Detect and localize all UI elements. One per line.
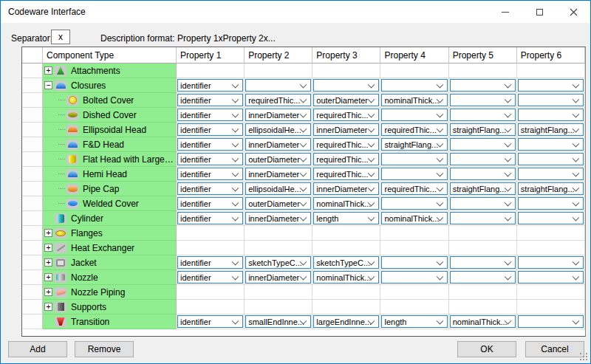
close-button[interactable] bbox=[556, 1, 590, 23]
row-header-cell[interactable] bbox=[22, 108, 43, 123]
row-header-cell[interactable] bbox=[22, 167, 43, 182]
property-combobox[interactable]: nominalThick... bbox=[381, 94, 447, 106]
component-cell[interactable]: +Flanges bbox=[43, 226, 177, 241]
property-combobox[interactable]: innerDiameter bbox=[245, 271, 311, 284]
property-combobox[interactable]: straightFlang... bbox=[381, 138, 447, 151]
property-combobox[interactable] bbox=[450, 212, 516, 224]
row-header-cell[interactable] bbox=[22, 93, 43, 108]
remove-button[interactable]: Remove bbox=[75, 341, 134, 357]
property-combobox[interactable] bbox=[518, 256, 584, 269]
property-combobox[interactable] bbox=[381, 197, 447, 210]
component-cell[interactable]: Dished Cover bbox=[43, 108, 177, 123]
property-combobox[interactable]: smallEndInne... bbox=[245, 315, 311, 328]
property-combobox[interactable]: ellipsoidalHe... bbox=[245, 182, 311, 195]
component-cell[interactable]: +Nozzle bbox=[43, 270, 177, 285]
property-combobox[interactable]: identifier bbox=[177, 123, 243, 136]
component-cell[interactable]: Ellipsoidal Head bbox=[43, 123, 177, 137]
row-header-cell[interactable] bbox=[22, 78, 43, 93]
row-header-cell[interactable] bbox=[22, 226, 43, 241]
property-combobox[interactable]: innerDiameter bbox=[245, 212, 311, 224]
property-combobox[interactable]: identifier bbox=[177, 271, 243, 284]
row-header-cell[interactable] bbox=[22, 63, 43, 78]
property-combobox[interactable]: identifier bbox=[177, 315, 243, 328]
component-cell[interactable]: Hemi Head bbox=[43, 167, 177, 182]
property-combobox[interactable]: identifier bbox=[177, 256, 243, 269]
row-header-cell[interactable] bbox=[22, 137, 43, 152]
property-combobox[interactable]: requiredThic... bbox=[313, 138, 379, 151]
property-combobox[interactable] bbox=[450, 109, 516, 121]
expand-icon[interactable]: + bbox=[44, 229, 52, 237]
property-combobox[interactable] bbox=[381, 168, 447, 180]
minimize-button[interactable] bbox=[488, 1, 522, 23]
property-combobox[interactable]: sketchTypeC... bbox=[245, 256, 311, 269]
component-cell[interactable]: F&D Head bbox=[43, 137, 177, 152]
component-cell[interactable]: +Heat Exchanger bbox=[43, 241, 177, 255]
expand-icon[interactable]: + bbox=[44, 66, 52, 75]
property-combobox[interactable]: nominalThick... bbox=[313, 271, 379, 284]
property-combobox[interactable] bbox=[450, 197, 516, 210]
component-cell[interactable]: Pipe Cap bbox=[43, 182, 177, 196]
property-combobox[interactable]: innerDiameter bbox=[245, 168, 311, 180]
property-combobox[interactable] bbox=[450, 79, 516, 92]
property-combobox[interactable] bbox=[518, 153, 584, 165]
property-combobox[interactable]: outerDiameter bbox=[245, 197, 311, 210]
property-combobox[interactable]: requiredThic... bbox=[381, 182, 447, 195]
property-combobox[interactable]: sketchTypeC... bbox=[313, 256, 379, 269]
property-combobox[interactable] bbox=[381, 79, 447, 92]
row-header-cell[interactable] bbox=[22, 285, 43, 300]
row-header-cell[interactable] bbox=[22, 196, 43, 211]
property-combobox[interactable]: straightFlang... bbox=[450, 182, 516, 195]
row-header-cell[interactable] bbox=[22, 182, 43, 196]
property-combobox[interactable]: identifier bbox=[177, 212, 243, 224]
property-combobox[interactable] bbox=[518, 109, 584, 121]
property-combobox[interactable]: innerDiameter bbox=[313, 123, 379, 136]
row-header-cell[interactable] bbox=[22, 315, 43, 329]
cancel-button[interactable]: Cancel bbox=[525, 341, 584, 357]
property-combobox[interactable]: length bbox=[313, 212, 379, 224]
property-combobox[interactable]: nominalThick... bbox=[450, 315, 516, 328]
property-combobox[interactable]: identifier bbox=[177, 109, 243, 121]
resize-grip[interactable] bbox=[580, 353, 587, 360]
property-combobox[interactable]: requiredThic... bbox=[245, 94, 311, 106]
property-combobox[interactable] bbox=[381, 256, 447, 269]
property-combobox[interactable] bbox=[450, 138, 516, 151]
property-combobox[interactable]: requiredThic... bbox=[313, 153, 379, 165]
property-combobox[interactable]: innerDiameter bbox=[313, 182, 379, 195]
expand-icon[interactable]: + bbox=[44, 244, 52, 252]
property-combobox[interactable]: innerDiameter bbox=[245, 138, 311, 151]
row-header-cell[interactable] bbox=[22, 123, 43, 137]
property-combobox[interactable] bbox=[381, 271, 447, 284]
component-cell[interactable]: Cylinder bbox=[43, 211, 177, 226]
property-combobox[interactable] bbox=[313, 79, 379, 92]
property-combobox[interactable]: identifier bbox=[177, 94, 243, 106]
property-combobox[interactable]: innerDiameter bbox=[245, 109, 311, 121]
row-header-cell[interactable] bbox=[22, 270, 43, 285]
property-combobox[interactable] bbox=[450, 256, 516, 269]
property-combobox[interactable]: requiredThic... bbox=[313, 109, 379, 121]
property-combobox[interactable] bbox=[381, 153, 447, 165]
maximize-button[interactable] bbox=[522, 1, 556, 23]
property-combobox[interactable] bbox=[245, 79, 311, 92]
component-cell[interactable]: Flat Head with Large Ce... bbox=[43, 152, 177, 167]
property-combobox[interactable] bbox=[518, 138, 584, 151]
property-combobox[interactable]: straightFlang... bbox=[518, 123, 584, 136]
property-combobox[interactable]: identifier bbox=[177, 182, 243, 195]
property-combobox[interactable] bbox=[518, 197, 584, 210]
property-combobox[interactable] bbox=[450, 94, 516, 106]
property-combobox[interactable]: largeEndInne... bbox=[313, 315, 379, 328]
component-cell[interactable]: +Jacket bbox=[43, 255, 177, 270]
expand-icon[interactable]: + bbox=[44, 303, 52, 311]
row-header-cell[interactable] bbox=[22, 255, 43, 270]
property-combobox[interactable]: identifier bbox=[177, 138, 243, 151]
property-combobox[interactable]: identifier bbox=[177, 168, 243, 180]
property-combobox[interactable] bbox=[381, 109, 447, 121]
property-combobox[interactable]: identifier bbox=[177, 79, 243, 92]
property-combobox[interactable]: ellipsoidalHe... bbox=[245, 123, 311, 136]
row-header-cell[interactable] bbox=[22, 211, 43, 226]
property-combobox[interactable]: identifier bbox=[177, 153, 243, 165]
property-combobox[interactable]: length bbox=[381, 315, 447, 328]
property-combobox[interactable] bbox=[450, 153, 516, 165]
property-combobox[interactable]: identifier bbox=[177, 197, 243, 210]
property-combobox[interactable] bbox=[450, 168, 516, 180]
component-cell[interactable]: +Attachments bbox=[43, 63, 177, 78]
